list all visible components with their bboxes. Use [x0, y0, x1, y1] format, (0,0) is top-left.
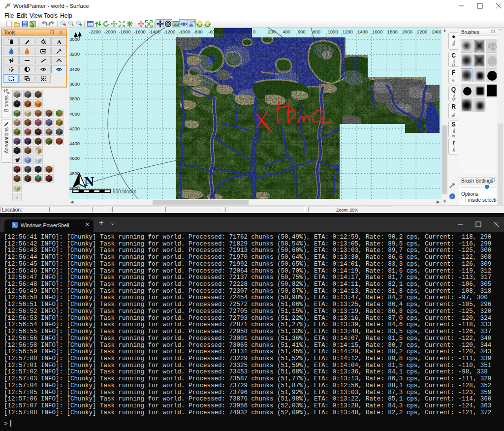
svg-text:-1400: -1400	[149, 29, 160, 34]
svg-text:3800: 3800	[69, 96, 80, 101]
svg-text:3200: 3200	[69, 51, 80, 57]
svg-text:1600: 1600	[372, 29, 382, 34]
svg-text:i: i	[451, 194, 453, 199]
svg-text:200: 200	[268, 29, 276, 34]
svg-text:3000: 3000	[69, 36, 80, 42]
svg-text:2000: 2000	[402, 29, 412, 34]
svg-text:500 blocks: 500 blocks	[113, 189, 136, 194]
svg-text:*: *	[8, 39, 9, 42]
svg-text:0: 0	[253, 29, 255, 34]
svg-text:4200: 4200	[69, 126, 80, 131]
svg-text:1400: 1400	[357, 29, 368, 34]
svg-text:2400: 2400	[432, 29, 441, 34]
svg-text:800: 800	[313, 29, 320, 34]
svg-text:-600: -600	[208, 29, 218, 34]
svg-text:N: N	[84, 174, 94, 189]
svg-text:3400: 3400	[69, 66, 80, 72]
svg-text:-200: -200	[238, 29, 248, 34]
svg-text:4600: 4600	[69, 155, 80, 161]
svg-text:4000: 4000	[69, 111, 80, 117]
svg-text:-800: -800	[193, 29, 203, 34]
svg-text:-1600: -1600	[134, 29, 146, 34]
svg-text:1200: 1200	[343, 29, 353, 34]
svg-text:-400: -400	[223, 29, 232, 34]
svg-text:-1000: -1000	[178, 29, 190, 34]
svg-text:A: A	[57, 38, 62, 45]
svg-text:-1200: -1200	[163, 29, 175, 34]
svg-text:1800: 1800	[387, 29, 398, 34]
svg-text:400: 400	[283, 29, 291, 34]
svg-text:1000: 1000	[327, 29, 338, 34]
svg-text:-1800: -1800	[119, 29, 130, 34]
svg-text:-2000: -2000	[104, 29, 116, 34]
svg-text:600: 600	[298, 29, 306, 34]
svg-text:2200: 2200	[417, 29, 427, 34]
svg-text:4400: 4400	[69, 141, 80, 146]
svg-text:-2200: -2200	[89, 29, 101, 34]
svg-text:3600: 3600	[69, 81, 80, 87]
